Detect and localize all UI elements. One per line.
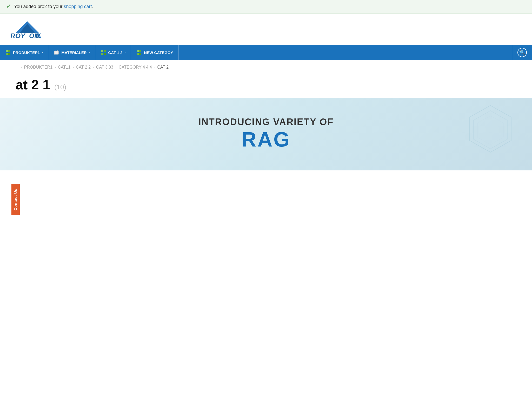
- nav-item-newcategoy[interactable]: New Categoy: [131, 45, 178, 60]
- nav-item-produkter1[interactable]: PRODUKTER1 ›: [0, 45, 48, 60]
- svg-rect-9: [8, 53, 10, 55]
- notification-prefix: You added pro2 to your: [14, 4, 63, 9]
- header: ROY ON K: [0, 14, 532, 45]
- nav-label-cat12: cat 1 2: [108, 50, 123, 55]
- notification-suffix: .: [92, 4, 93, 9]
- breadcrumb-cat22[interactable]: CAT 2 2: [76, 65, 91, 70]
- svg-marker-23: [474, 111, 507, 149]
- nav-chevron-materialer: ›: [89, 51, 90, 54]
- breadcrumb-produkter1[interactable]: PRODUKTER1: [24, 65, 52, 70]
- search-button[interactable]: 🔍: [512, 45, 532, 60]
- nav-label-newcategoy: New Categoy: [144, 50, 173, 55]
- breadcrumb-sep-5: ›: [154, 65, 155, 69]
- svg-rect-19: [139, 50, 141, 52]
- nav-chevron-cat12: ›: [124, 51, 125, 54]
- breadcrumb-cat2-current: CAT 2: [157, 65, 169, 70]
- svg-rect-18: [137, 50, 139, 52]
- svg-marker-22: [470, 105, 511, 152]
- breadcrumb-sep-4: ›: [115, 65, 117, 69]
- svg-rect-14: [101, 50, 103, 52]
- breadcrumb: › PRODUKTER1 › CAT11 › CAT 2 2 › CAT 3 3…: [0, 60, 532, 74]
- banner-hex-decoration: [464, 103, 516, 160]
- banner-text: INTRODUCING VARIETY OF RAG: [198, 117, 334, 151]
- svg-rect-10: [54, 51, 58, 54]
- svg-rect-7: [8, 50, 10, 52]
- svg-rect-17: [104, 53, 106, 55]
- logo-container[interactable]: ROY ON K: [8, 19, 524, 39]
- nav-item-materialer[interactable]: MATERIALER ›: [48, 45, 95, 60]
- breadcrumb-cat333[interactable]: CAT 3 33: [96, 65, 113, 70]
- breadcrumb-sep-2: ›: [72, 65, 74, 69]
- notification-message: You added pro2 to your shopping cart.: [14, 4, 93, 9]
- svg-rect-20: [137, 53, 139, 55]
- materialer-icon: [54, 50, 59, 55]
- svg-rect-15: [104, 50, 106, 52]
- banner-big-text: RAG: [198, 128, 334, 151]
- produkter1-icon: [5, 50, 11, 55]
- check-icon: ✓: [6, 3, 11, 10]
- navigation-bar: PRODUKTER1 › MATERIALER › cat 1 2 ›: [0, 45, 532, 60]
- search-icon: 🔍: [519, 50, 525, 55]
- banner-intro-text: INTRODUCING VARIETY OF: [198, 117, 334, 128]
- svg-rect-6: [6, 50, 8, 52]
- page-count: (10): [54, 83, 66, 91]
- svg-text:K: K: [36, 32, 41, 39]
- shopping-cart-link[interactable]: shopping cart: [64, 4, 92, 9]
- svg-marker-24: [477, 116, 503, 144]
- search-circle-icon: 🔍: [517, 48, 527, 57]
- svg-rect-16: [101, 53, 103, 55]
- banner-section: INTRODUCING VARIETY OF RAG: [0, 98, 532, 170]
- svg-text:ROY: ROY: [10, 32, 26, 39]
- nav-label-materialer: MATERIALER: [61, 50, 87, 55]
- cat12-icon: [101, 50, 106, 55]
- breadcrumb-category444[interactable]: CATEGORY 4 4 4: [119, 65, 152, 70]
- notification-bar: ✓ You added pro2 to your shopping cart.: [0, 0, 532, 14]
- page-title-container: at 2 1 (10): [0, 74, 532, 98]
- svg-rect-21: [139, 53, 141, 55]
- breadcrumb-cat11[interactable]: CAT11: [58, 65, 71, 70]
- page-title: at 2 1: [16, 77, 50, 92]
- breadcrumb-sep-1: ›: [55, 65, 56, 69]
- roykon-logo: ROY ON K: [8, 19, 60, 39]
- breadcrumb-leading-sep: ›: [21, 65, 22, 69]
- newcategoy-icon: [136, 50, 142, 55]
- breadcrumb-sep-3: ›: [93, 65, 94, 69]
- nav-label-produkter1: PRODUKTER1: [13, 50, 40, 55]
- nav-item-cat12[interactable]: cat 1 2 ›: [95, 45, 131, 60]
- nav-chevron-produkter1: ›: [42, 51, 43, 54]
- svg-rect-8: [6, 53, 8, 55]
